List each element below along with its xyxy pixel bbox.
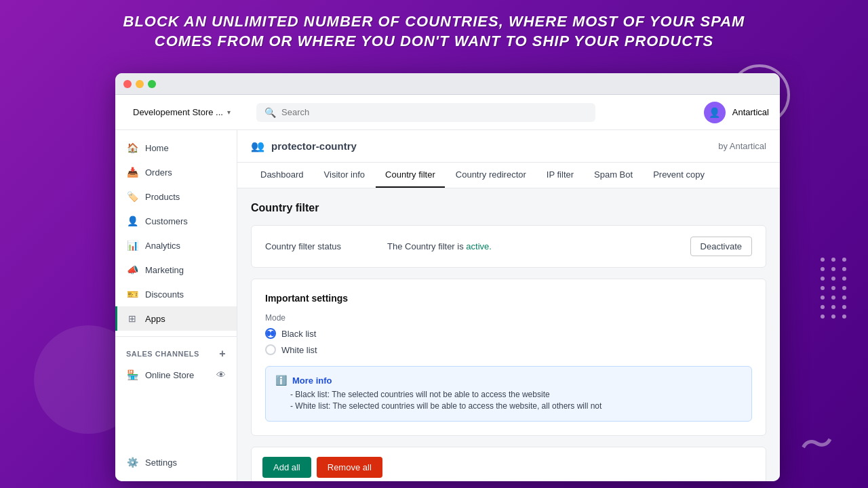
info-title: More info [292,375,332,386]
home-icon: 🏠 [126,142,138,154]
store-selector[interactable]: Developement Store ... ▾ [126,103,248,121]
remove-all-button[interactable]: Remove all [317,457,382,478]
radio-white-list[interactable]: White list [265,344,752,355]
sidebar-label-discounts: Discounts [145,289,184,300]
store-name: Developement Store ... [133,107,223,117]
section-title: Country filter [251,202,766,214]
radio-black-list[interactable]: Black list [265,328,752,339]
sidebar: 🏠 Home 📥 Orders 🏷️ Products 👤 Customers … [115,130,237,481]
sidebar-item-apps[interactable]: ⊞ Apps [115,306,237,331]
sidebar-divider [115,336,237,337]
sales-channels-label: SALES CHANNELS [126,350,199,358]
info-item-1: - White list: The selected countries wil… [275,401,742,411]
app-header: 👥 protector-country by Antartical [237,130,780,163]
analytics-icon: 📊 [126,239,138,251]
orders-icon: 📥 [126,166,138,178]
mode-label: Mode [265,313,752,323]
sidebar-label-apps: Apps [145,314,165,324]
sidebar-label-analytics: Analytics [145,241,180,251]
online-store-icon: 🏪 [126,369,138,381]
tab-visitor-info[interactable]: Visitor info [315,163,374,188]
status-label: Country filter status [265,241,374,251]
add-all-button[interactable]: Add all [262,457,311,478]
info-header: ℹ️ More info [275,375,742,386]
app-title: protector-country [271,140,357,152]
app-layout: 🏠 Home 📥 Orders 🏷️ Products 👤 Customers … [115,130,780,481]
tab-ip-filter[interactable]: IP filter [537,163,583,188]
deco-dots [821,258,848,319]
sidebar-label-marketing: Marketing [145,265,184,275]
main-content: 👥 protector-country by Antartical Dashbo… [237,130,780,481]
tab-country-filter[interactable]: Country filter [376,163,445,188]
deco-wave: 〜 [797,420,838,470]
sidebar-item-home[interactable]: 🏠 Home [115,136,237,160]
tab-spam-bot[interactable]: Spam Bot [585,163,642,188]
main-window: Developement Store ... ▾ 🔍 👤 Antartical … [115,73,780,481]
status-card: Country filter status The Country filter… [251,225,766,268]
status-active-word: active. [466,241,492,251]
online-store-label: Online Store [145,370,194,380]
sidebar-label-settings: Settings [145,458,177,468]
tabs-bar: Dashboard Visitor info Country filter Co… [237,163,780,188]
info-item-0: - Black list: The selected countries wil… [275,390,742,399]
online-store-left: 🏪 Online Store [126,369,194,381]
countries-section: Add all Remove all Click to add or remov… [251,447,766,481]
store-chevron-icon: ▾ [227,108,231,116]
sidebar-label-orders: Orders [145,167,172,178]
sidebar-item-settings[interactable]: ⚙️ Settings [115,450,237,474]
customers-icon: 👤 [126,215,138,227]
tab-dashboard[interactable]: Dashboard [251,163,313,188]
deactivate-button[interactable]: Deactivate [690,237,752,256]
settings-card: Important settings Mode Black list White… [251,279,766,436]
countries-actions: Add all Remove all [252,447,766,481]
maximize-btn[interactable] [148,80,156,88]
banner-text: Block an unlimited number of countries, … [0,0,868,58]
topbar: Developement Store ... ▾ 🔍 👤 Antartical [115,95,780,130]
search-bar: 🔍 [256,103,595,122]
sidebar-label-customers: Customers [145,216,188,226]
settings-icon: ⚙️ [126,456,138,468]
status-message: The Country filter is [387,241,466,251]
close-btn[interactable] [123,80,132,88]
sidebar-item-products[interactable]: 🏷️ Products [115,184,237,209]
discounts-icon: 🎫 [126,288,138,300]
content-area: Country filter Country filter status The… [237,188,780,481]
minimize-btn[interactable] [136,80,144,88]
user-area: 👤 Antartical [704,102,769,123]
tab-country-redirector[interactable]: Country redirector [446,163,536,188]
sidebar-item-analytics[interactable]: 📊 Analytics [115,233,237,258]
sidebar-item-customers[interactable]: 👤 Customers [115,209,237,233]
by-text: by Antartical [718,141,766,151]
sidebar-item-marketing[interactable]: 📣 Marketing [115,258,237,282]
radio-black-list-btn [265,328,276,339]
products-icon: 🏷️ [126,190,138,203]
sales-channels-header: SALES CHANNELS + [115,342,237,363]
search-icon: 🔍 [264,107,276,118]
status-info: The Country filter is active. [374,241,690,251]
sidebar-item-online-store[interactable]: 🏪 Online Store 👁 [115,363,237,387]
sidebar-item-orders[interactable]: 📥 Orders [115,160,237,184]
sidebar-label-products: Products [145,192,180,202]
window-chrome [115,73,780,95]
radio-white-list-btn [265,344,276,355]
user-name: Antartical [732,107,769,117]
apps-icon: ⊞ [126,312,138,325]
avatar: 👤 [704,102,726,123]
add-sales-channel-icon[interactable]: + [219,348,226,360]
info-icon: ℹ️ [275,375,287,386]
avatar-icon: 👤 [709,107,720,118]
app-icon: 👥 [251,140,264,152]
black-list-label: Black list [281,329,316,339]
tab-prevent-copy[interactable]: Prevent copy [644,163,714,188]
search-input[interactable] [281,107,587,117]
sidebar-item-discounts[interactable]: 🎫 Discounts [115,282,237,306]
sidebar-label-home: Home [145,143,169,153]
white-list-label: White list [281,345,317,355]
important-settings-title: Important settings [265,293,752,304]
app-title-row: 👥 protector-country [251,140,357,152]
radio-group: Black list White list [265,328,752,355]
online-store-eye-icon[interactable]: 👁 [216,369,226,380]
marketing-icon: 📣 [126,264,138,276]
info-box: ℹ️ More info - Black list: The selected … [265,366,752,422]
